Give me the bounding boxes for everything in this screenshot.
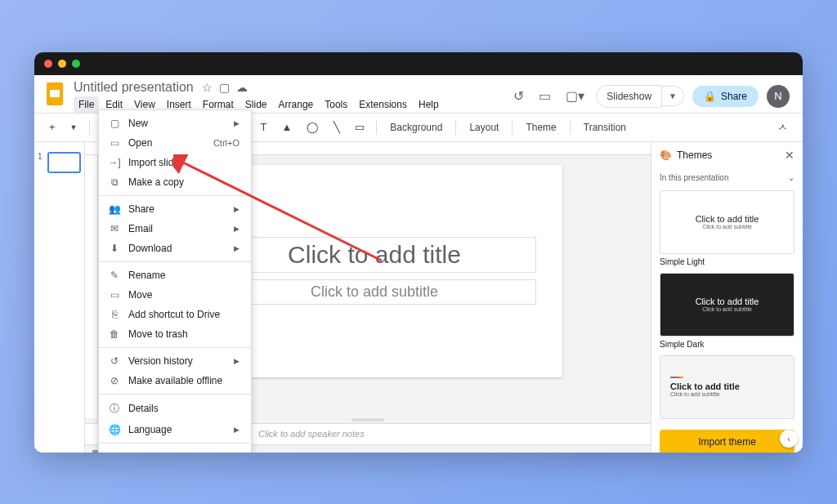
layout-button[interactable]: Layout — [463, 118, 505, 136]
new-slide-button[interactable]: + — [44, 118, 60, 136]
menu-item-new[interactable]: ▢ New ▶ — [99, 114, 251, 133]
close-icon[interactable]: ✕ — [785, 149, 794, 162]
slideshow-dropdown[interactable]: ▼ — [662, 86, 684, 106]
menu-item-email[interactable]: ✉ Email ▶ — [99, 219, 251, 239]
menu-item-share[interactable]: 👥 Share ▶ — [99, 199, 251, 219]
download-icon: ⬇ — [107, 243, 122, 254]
import-theme-button[interactable]: Import theme — [660, 430, 794, 453]
ruler-vertical — [85, 155, 98, 418]
menu-extensions[interactable]: Extensions — [354, 96, 412, 113]
menu-item-open[interactable]: ▭ Open Ctrl+O — [99, 133, 251, 153]
chevron-down-icon: ⌄ — [788, 173, 794, 182]
globe-icon: 🌐 — [107, 424, 122, 435]
menu-item-import-slides[interactable]: →] Import slides — [99, 153, 251, 172]
shortcut-icon: ⎘ — [107, 309, 122, 320]
thumbnail-preview — [47, 152, 81, 173]
share-button[interactable]: 🔒 Share — [692, 86, 759, 107]
document-icon: ▢ — [107, 118, 122, 129]
lock-icon: 🔒 — [704, 91, 716, 102]
page-setup-icon: ▢ — [107, 451, 122, 453]
menu-item-trash[interactable]: 🗑 Move to trash — [99, 324, 251, 344]
history-icon: ↺ — [107, 355, 122, 367]
window-close-icon[interactable] — [44, 60, 52, 68]
folder-icon: ▭ — [107, 137, 122, 149]
menu-item-version-history[interactable]: ↺ Version history ▶ — [99, 351, 251, 371]
line-tool[interactable]: ╲ — [329, 118, 345, 136]
comments-icon[interactable]: ▭ — [535, 85, 554, 107]
offline-icon: ⊘ — [107, 375, 122, 386]
menu-item-move[interactable]: ▭ Move — [99, 285, 251, 305]
menu-file[interactable]: File — [74, 96, 99, 113]
info-icon: ⓘ — [107, 402, 122, 416]
import-icon: →] — [107, 157, 122, 168]
palette-icon: 🎨 — [660, 149, 672, 161]
submenu-arrow-icon: ▶ — [234, 225, 239, 233]
copy-icon: ⧉ — [107, 176, 122, 188]
menu-help[interactable]: Help — [414, 96, 444, 113]
document-title[interactable]: Untitled presentation — [74, 80, 194, 95]
new-slide-dropdown[interactable]: ▼ — [65, 120, 83, 135]
menu-item-offline[interactable]: ⊘ Make available offline — [99, 371, 251, 390]
window-titlebar — [34, 52, 803, 75]
slide-subtitle-placeholder[interactable]: Click to add subtitle — [213, 279, 536, 305]
slideshow-button[interactable]: Slideshow — [596, 85, 662, 108]
history-icon[interactable]: ↺ — [510, 85, 527, 107]
window-minimize-icon[interactable] — [58, 60, 66, 68]
share-icon: 👥 — [107, 203, 122, 215]
menu-tools[interactable]: Tools — [320, 96, 352, 113]
background-button[interactable]: Background — [383, 118, 449, 136]
menu-item-make-copy[interactable]: ⧉ Make a copy — [99, 172, 251, 192]
file-menu-dropdown: ▢ New ▶ ▭ Open Ctrl+O →] Import slides ⧉… — [98, 109, 252, 453]
svg-rect-1 — [50, 90, 60, 97]
submenu-arrow-icon: ▶ — [234, 205, 239, 213]
textbox-tool[interactable]: T — [256, 118, 272, 136]
menu-arrange[interactable]: Arrange — [274, 96, 319, 113]
expand-panel-fab[interactable]: ‹ — [780, 430, 798, 448]
theme-simple-dark[interactable]: Click to add title Click to add subtitle — [660, 273, 794, 337]
app-header: Untitled presentation ☆ ▢ ☁ File Edit Vi… — [34, 75, 803, 114]
theme-button[interactable]: Theme — [519, 118, 562, 136]
move-icon[interactable]: ▢ — [219, 81, 230, 94]
star-icon[interactable]: ☆ — [202, 81, 213, 94]
email-icon: ✉ — [107, 223, 122, 234]
menu-item-download[interactable]: ⬇ Download ▶ — [99, 239, 251, 258]
cloud-status-icon[interactable]: ☁ — [236, 81, 248, 94]
transition-button[interactable]: Transition — [577, 118, 633, 136]
menu-item-page-setup[interactable]: ▢ Page setup — [99, 447, 251, 453]
rename-icon: ✎ — [107, 270, 122, 281]
move-folder-icon: ▭ — [107, 289, 122, 301]
window-zoom-icon[interactable] — [72, 60, 80, 68]
theme-streamline[interactable]: Click to add title Click to add subtitle — [660, 355, 794, 419]
submenu-arrow-icon: ▶ — [234, 426, 239, 434]
app-window: Untitled presentation ☆ ▢ ☁ File Edit Vi… — [34, 52, 803, 453]
slide-filmstrip: 1 — [34, 142, 85, 453]
slides-logo-icon[interactable] — [44, 80, 65, 108]
menu-item-rename[interactable]: ✎ Rename — [99, 265, 251, 285]
shape-tool[interactable]: ◯ — [302, 118, 324, 136]
toolbar-collapse-icon[interactable]: ㅅ — [772, 117, 793, 138]
menu-item-language[interactable]: 🌐 Language ▶ — [99, 420, 251, 439]
meet-icon[interactable]: ▢▾ — [562, 85, 588, 107]
theme-simple-light[interactable]: Click to add title Click to add subtitle — [660, 190, 794, 254]
themes-title: Themes — [677, 149, 712, 161]
account-avatar[interactable]: N — [767, 85, 790, 108]
image-tool[interactable]: ▲ — [276, 118, 297, 136]
submenu-arrow-icon: ▶ — [234, 357, 239, 365]
comment-tool[interactable]: ▭ — [350, 118, 369, 136]
submenu-arrow-icon: ▶ — [234, 119, 239, 127]
submenu-arrow-icon: ▶ — [234, 244, 239, 252]
slide-thumbnail-1[interactable]: 1 — [38, 152, 81, 173]
menu-item-details[interactable]: ⓘ Details — [99, 398, 251, 420]
notes-resize-handle[interactable] — [351, 418, 384, 421]
themes-panel: 🎨 Themes ✕ In this presentation ⌄ Click … — [651, 142, 803, 453]
menu-item-add-shortcut[interactable]: ⎘ Add shortcut to Drive — [99, 305, 251, 324]
themes-section-toggle[interactable]: In this presentation ⌄ — [651, 168, 803, 187]
trash-icon: 🗑 — [107, 328, 122, 340]
slide-title-placeholder[interactable]: Click to add title — [213, 237, 536, 273]
